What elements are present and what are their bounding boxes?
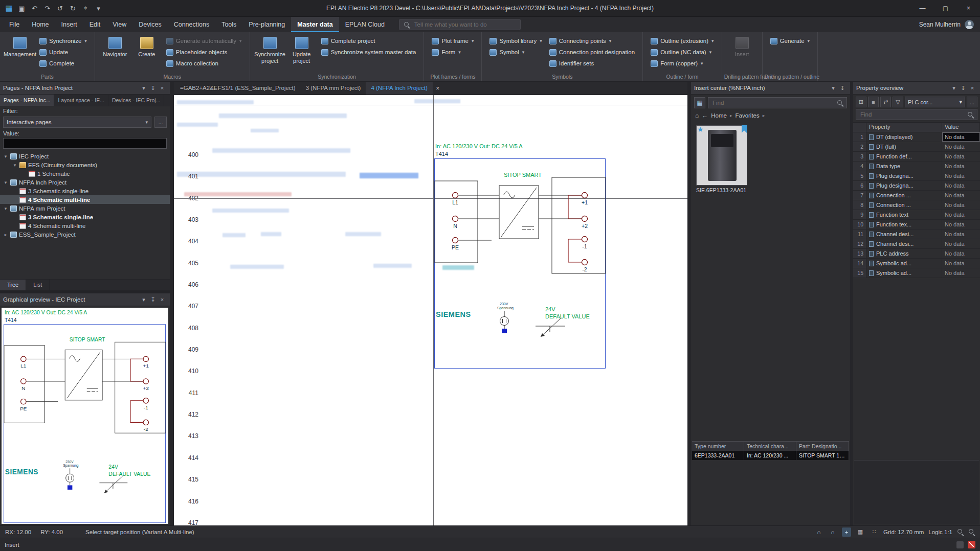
redo-icon[interactable]: ↷ (41, 2, 53, 14)
property-search-input[interactable] (859, 111, 964, 118)
part-table-header[interactable]: Type number (692, 442, 744, 451)
part-table-header[interactable]: Part: Designatio... (796, 442, 849, 451)
management-button[interactable]: Management (4, 35, 36, 67)
filter-value-input[interactable] (3, 138, 167, 149)
eplan-tray-icon[interactable] (968, 541, 975, 548)
insert-center-search-input[interactable] (711, 99, 834, 106)
property-row[interactable]: 12 Channel desi... No data (853, 239, 980, 249)
macro-navigator-button[interactable]: Navigator (99, 35, 131, 67)
zoom-in-icon[interactable] (957, 529, 964, 535)
property-row[interactable]: 9 Function text No data (853, 210, 980, 220)
undo-icon[interactable]: ↶ (29, 2, 40, 14)
schematic-canvas[interactable]: 400 401 402 403 404 405 406 407 (174, 95, 687, 525)
preview-panel-header[interactable]: Graphical preview - IEC Project ▾ ↧ × (0, 293, 170, 306)
filter-funnel-icon[interactable]: ▽ (893, 97, 903, 107)
property-row[interactable]: 15 Symbolic ad... No data (853, 268, 980, 278)
panel-menu-icon[interactable]: ▾ (139, 295, 148, 304)
ribbon-small-button[interactable]: Outline (extrusion) ▾ (649, 36, 716, 46)
zoom-out-icon[interactable] (968, 529, 975, 535)
favorite-part-card[interactable]: ★ SIE.6EP1333-2AA01 (696, 125, 748, 194)
document-tab[interactable]: 4 (NFPA Inch Project) (366, 82, 432, 95)
tree-item[interactable]: 3 Schematic single-line (0, 213, 170, 221)
tree-expander-icon[interactable]: ▸ (3, 232, 8, 237)
property-row[interactable]: 10 Function tex... No data (853, 220, 980, 229)
ribbon-small-button[interactable]: Symbol library ▾ (487, 36, 544, 46)
filter-select[interactable]: Interactive pages ▾ (3, 117, 151, 128)
navigator-tab[interactable]: Layout space - IE... (54, 95, 108, 106)
tell-me-search-input[interactable] (413, 21, 516, 28)
grid-toggle-icon[interactable]: ▦ (856, 527, 865, 537)
part-table-row[interactable]: 6EP1333-2AA01 In: AC 120/230 ... SITOP S… (692, 451, 849, 460)
panel-menu-icon[interactable]: ▾ (949, 83, 959, 93)
pin-icon[interactable]: ↧ (148, 295, 158, 304)
ribbon-small-button[interactable]: Form (copper) ▾ (649, 58, 716, 68)
ribbon-small-button[interactable]: Identifier sets ▾ (547, 58, 637, 68)
snap-icon[interactable]: ∩ (814, 527, 823, 537)
value-column-header[interactable]: Value (942, 123, 980, 132)
minimize-button[interactable]: — (911, 0, 934, 16)
app-icon[interactable]: ▦ (3, 2, 15, 14)
insert-center-search[interactable] (708, 97, 847, 108)
ribbon-tab[interactable]: View (106, 17, 132, 32)
synchronize-project-button[interactable]: Synchronize project (254, 35, 286, 67)
tree-expander-icon[interactable]: ▾ (12, 163, 17, 168)
tree-expander-icon[interactable]: ▾ (3, 180, 8, 185)
tree-expander-icon[interactable]: ▾ (3, 154, 8, 159)
property-row[interactable]: 13 PLC address No data (853, 249, 980, 259)
ribbon-tab[interactable]: Insert (55, 17, 83, 32)
tree-item[interactable]: ▾ IEC Project (0, 152, 170, 160)
drilling-insert-button[interactable]: Insert (726, 35, 758, 67)
pin-icon[interactable]: ↧ (959, 83, 968, 93)
property-row[interactable]: 6 Plug designa... No data (853, 181, 980, 191)
property-row[interactable]: 8 Connection ... No data (853, 200, 980, 210)
schematic-drawing[interactable]: In: AC 120/230 V Out: DC 24 V/5 A T414 S… (434, 142, 606, 369)
document-close-icon[interactable]: × (433, 85, 443, 92)
ribbon-small-button[interactable]: Connection point designation ▾ (547, 47, 637, 57)
ribbon-tab[interactable]: Tools (215, 17, 242, 32)
ribbon-tab[interactable]: Devices (132, 17, 167, 32)
part-table-header[interactable]: Technical chara... (744, 442, 796, 451)
ribbon-small-button[interactable]: Synchronize ▾ (37, 36, 89, 46)
ribbon-tab[interactable]: EPLAN Cloud (339, 17, 391, 32)
tree-item[interactable]: 4 Schematic multi-line (0, 221, 170, 230)
tree-item[interactable]: ▸ ESS_Sample_Project (0, 230, 170, 239)
status-grid[interactable]: Grid: 12.70 mm (883, 529, 924, 535)
ribbon-small-button[interactable]: Update ▾ (37, 47, 89, 57)
tree-item[interactable]: ▾ EFS (Circuitry documents) (0, 160, 170, 169)
move-mode-icon[interactable]: + (842, 527, 851, 537)
property-row[interactable]: 7 Connection ... No data (853, 191, 980, 200)
close-button[interactable]: × (957, 0, 980, 16)
ribbon-small-button[interactable]: Generate ▾ (768, 36, 812, 46)
property-row[interactable]: 14 Symbolic ad... No data (853, 259, 980, 268)
property-row[interactable]: 2 DT (full) No data (853, 142, 980, 152)
list-icon[interactable]: ≡ (868, 97, 879, 107)
ribbon-small-button[interactable]: Complete ▾ (37, 58, 89, 68)
navigator-tab[interactable]: Pages - NFPA Inc... (0, 95, 54, 106)
tree-item[interactable]: ▾ NFPA mm Project (0, 204, 170, 213)
maximize-button[interactable]: ▢ (934, 0, 957, 16)
tree-expander-icon[interactable]: ▾ (3, 206, 8, 211)
panel-menu-icon[interactable]: ▾ (139, 83, 148, 93)
favorite-star-icon[interactable]: ★ (697, 125, 704, 133)
tree-list-tab[interactable]: List (26, 280, 50, 290)
property-row[interactable]: 1 DT (displayed) No data (853, 132, 980, 142)
ribbon-small-button[interactable]: Complete project ▾ (319, 36, 418, 46)
panel-menu-icon[interactable]: ▾ (829, 83, 838, 93)
document-tab[interactable]: =GAB2+A2&EFS1/1 (ESS_Sample_Project) (175, 82, 301, 95)
raster-icon[interactable]: ∷ (870, 527, 879, 537)
back-icon[interactable]: ← (702, 112, 708, 119)
view-mode-icon[interactable]: ▦ (694, 97, 705, 108)
insert-center-header[interactable]: Insert center (%NFPA inch) ▾ ↧ (691, 82, 850, 95)
ribbon-small-button[interactable]: Placeholder objects ▾ (164, 47, 244, 57)
user-area[interactable]: Sean Mulherrin (919, 20, 980, 29)
undo-history-icon[interactable]: ↺ (54, 2, 66, 14)
tree-item[interactable]: 4 Schematic multi-line (0, 195, 170, 204)
pin-icon[interactable]: ↧ (838, 83, 847, 93)
ribbon-tab[interactable]: Edit (83, 17, 107, 32)
ribbon-small-button[interactable]: Macro collection ▾ (164, 58, 244, 68)
pages-tree[interactable]: ▾ IEC Project ▾ EFS (Circuitry documents… (0, 151, 170, 279)
tree-item[interactable]: 3 Schematic single-line (0, 187, 170, 195)
property-column-header[interactable]: Property (866, 123, 942, 132)
ribbon-small-button[interactable]: Plot frame ▾ (430, 36, 476, 46)
tree-item[interactable]: 1 Schematic (0, 169, 170, 178)
